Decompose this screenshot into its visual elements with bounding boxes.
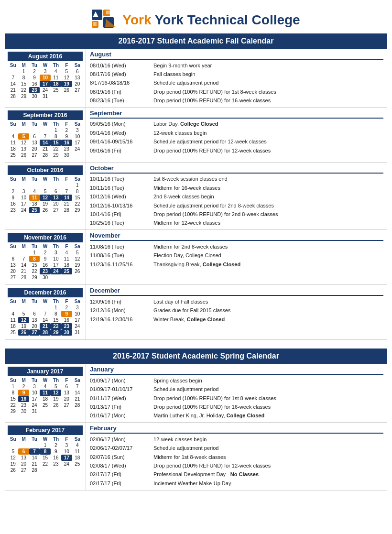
- event-date: 01/09/17 (Mon): [90, 377, 150, 384]
- cal-cell-holiday: 22: [51, 323, 61, 329]
- february-events: February 02/06/17 (Mon) 12-week classes …: [86, 423, 387, 490]
- cal-cell: 21: [40, 146, 50, 152]
- event-desc: Fall classes begin: [153, 71, 383, 78]
- cal-cell: 16: [29, 81, 40, 87]
- event-date: 01/11/17 (Wed): [90, 395, 150, 402]
- cal-cell: 19: [18, 146, 29, 152]
- cal-cell: [72, 408, 83, 414]
- august-month-name: August: [90, 51, 383, 60]
- event-date: 09/14/16 (Wed): [90, 130, 150, 137]
- cal-cell: 27: [29, 152, 40, 158]
- cal-cell: 22: [40, 461, 50, 467]
- event-desc: Winter Break, College Closed: [153, 316, 383, 323]
- cal-cell: 4: [8, 133, 18, 140]
- event-desc: Drop period (100% REFUND) for 16-week cl…: [153, 403, 383, 411]
- event-date: 01/09/17-01/10/17: [90, 386, 150, 393]
- event-item: 02/07/16 (Sun) Midterm for 1st 8-week cl…: [90, 453, 383, 461]
- section-gap: [5, 340, 387, 349]
- event-desc: Midterm for 16-week classes: [153, 185, 383, 192]
- event-date: 01/16/17 (Mon): [90, 412, 150, 419]
- event-item: 12/09/16 (Fri) Last day of Fall classes: [90, 297, 383, 306]
- cal-cell-highlight: 9: [18, 390, 29, 396]
- february-title: February 2017: [8, 425, 83, 435]
- cal-cell: 6: [8, 256, 18, 262]
- cal-cell: 12: [8, 455, 18, 461]
- cal-cell: 25: [8, 152, 18, 158]
- cal-cell: 13: [29, 140, 40, 146]
- cal-cell: [29, 442, 40, 448]
- cal-cell: 21: [72, 396, 83, 402]
- cal-cell: [72, 93, 83, 99]
- event-date: 10/25/16 (Tue): [90, 219, 150, 227]
- cal-cell: 5: [61, 68, 72, 75]
- cal-cell-holiday: 28: [40, 329, 50, 336]
- cal-cell-highlight: 8: [29, 256, 40, 262]
- cal-cell: 23: [61, 146, 72, 152]
- december-month-name: December: [90, 287, 383, 296]
- cal-cell: 5: [51, 383, 61, 390]
- school-name-york: York: [122, 12, 154, 27]
- cal-cell: 20: [29, 323, 40, 329]
- cal-cell: 29: [8, 408, 18, 414]
- event-item: 08/19/16 (Fri) Drop period (100% REFUND)…: [90, 87, 383, 96]
- cal-cell: 27: [18, 467, 29, 473]
- cal-cell: 14: [8, 81, 18, 87]
- event-desc: Drop period (100% REFUND) for 1st 8-week…: [153, 88, 383, 96]
- cal-cell: 23: [8, 207, 18, 213]
- event-date: 11/08/16 (Tue): [90, 243, 150, 251]
- event-desc: 12-week classes begin: [153, 130, 383, 137]
- cal-cell: 17: [18, 201, 29, 207]
- september-title: September 2016: [8, 110, 83, 120]
- cal-cell: 11: [72, 448, 83, 455]
- event-desc: 2nd 8-week classes begin: [153, 193, 383, 200]
- november-calendar: November 2016 SuMTuWThFSa 1 2 3 4 5 6: [5, 230, 86, 284]
- cal-cell: 5: [18, 311, 29, 317]
- cal-cell-holiday: 18: [51, 81, 61, 87]
- cal-cell: 19: [51, 396, 61, 402]
- event-desc: Schedule adjustment period for 2nd 8-wee…: [153, 202, 383, 209]
- cal-cell: 13: [72, 75, 83, 81]
- cal-cell: 6: [51, 188, 61, 195]
- cal-cell: [18, 442, 29, 448]
- event-date: 02/07/16 (Sun): [90, 454, 150, 461]
- cal-cell: 21: [8, 87, 18, 93]
- cal-cell-highlight: 11: [29, 195, 40, 201]
- event-desc: Drop period (100% REFUND) for 2nd 8-week…: [153, 211, 383, 218]
- february-month-name: February: [90, 425, 383, 434]
- cal-cell: 21: [29, 461, 40, 467]
- event-desc: Thanksgiving Break, College Closed: [153, 261, 383, 268]
- event-desc: Schedule adjustment period: [153, 445, 383, 452]
- cal-cell: 22: [51, 146, 61, 152]
- cal-cell-holiday: 29: [51, 329, 61, 336]
- cal-cell: 5: [40, 188, 50, 195]
- cal-cell-holiday: 11: [40, 390, 50, 396]
- event-date: 10/11/16 (Tue): [90, 185, 150, 192]
- cal-cell: 23: [18, 402, 29, 408]
- cal-cell: 22: [29, 268, 40, 274]
- cal-cell-holiday: 7: [29, 448, 40, 455]
- cal-cell: [72, 467, 83, 473]
- cal-cell: 13: [61, 390, 72, 396]
- cal-cell: 20: [61, 396, 72, 402]
- cal-cell: [29, 127, 40, 133]
- cal-cell: 13: [29, 317, 40, 323]
- cal-cell: 10: [72, 311, 83, 317]
- november-mini-cal: November 2016 SuMTuWThFSa 1 2 3 4 5 6: [8, 233, 83, 281]
- cal-cell: 28: [40, 152, 50, 158]
- event-item: 10/12/16-10/13/16 Schedule adjustment pe…: [90, 201, 383, 210]
- cal-cell: 7: [40, 311, 50, 317]
- ytc-logo-icon: [92, 10, 117, 31]
- event-item: 10/11/16 (Tue) 1st 8-week session classe…: [90, 175, 383, 184]
- cal-cell: 6: [61, 383, 72, 390]
- cal-cell-holiday: 15: [51, 140, 61, 146]
- cal-cell: [8, 127, 18, 133]
- cal-cell: 9: [29, 75, 40, 81]
- cal-cell: 4: [8, 311, 18, 317]
- cal-cell: [61, 408, 72, 414]
- event-item: 10/25/16 (Tue) Midterm for 12-week class…: [90, 219, 383, 228]
- cal-cell: 5: [8, 448, 18, 455]
- cal-cell: 3: [61, 442, 72, 448]
- cal-cell: 19: [40, 201, 50, 207]
- event-desc: Grades due for Fall 2015 classes: [153, 307, 383, 314]
- cal-cell: [8, 182, 18, 188]
